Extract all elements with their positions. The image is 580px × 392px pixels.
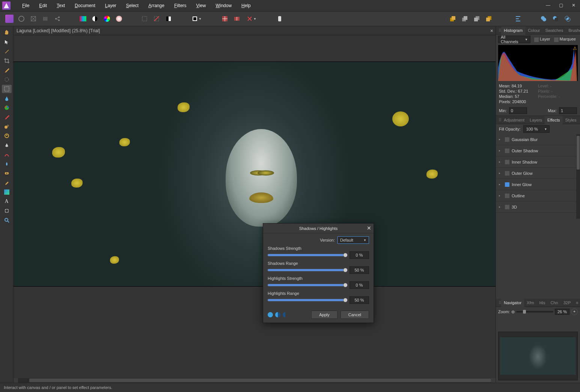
snapping-dropdown[interactable]: ▼	[244, 14, 259, 24]
grid-split-icon[interactable]	[232, 14, 242, 24]
panel-menu-icon[interactable]: ≡	[573, 299, 580, 307]
cancel-button[interactable]: Cancel	[340, 311, 369, 319]
persona-liquify-icon[interactable]	[17, 14, 26, 24]
tab-swatches[interactable]: Swatches	[543, 26, 566, 35]
menu-view[interactable]: View	[191, 0, 211, 11]
effect-checkbox[interactable]	[505, 194, 509, 198]
selection-brush-tool-icon[interactable]	[2, 75, 12, 84]
histogram-channel-dropdown[interactable]: All Channels▼	[498, 36, 530, 43]
effect-item[interactable]: ▸Inner Glow	[496, 179, 580, 190]
effect-checkbox[interactable]	[505, 137, 509, 142]
fill-opacity-dropdown[interactable]: 100 %▼	[523, 125, 550, 133]
menu-edit[interactable]: Edit	[34, 0, 52, 11]
persona-export-icon[interactable]	[53, 14, 62, 24]
histogram-min-input[interactable]	[509, 107, 527, 114]
window-minimize-button[interactable]: ―	[542, 0, 554, 11]
canvas-viewport[interactable]	[14, 35, 496, 378]
navigator-preview[interactable]	[498, 332, 578, 380]
flood-select-tool-icon[interactable]	[2, 94, 12, 102]
crop-tool-icon[interactable]	[2, 57, 12, 65]
effect-checkbox[interactable]	[505, 205, 509, 209]
tab-xfm[interactable]: Xfm	[524, 299, 537, 307]
slider-value[interactable]: 50 %	[350, 296, 369, 304]
panel-grip-icon[interactable]: ⠿	[496, 116, 501, 124]
align-icon[interactable]	[513, 14, 523, 24]
paint-mixer-tool-icon[interactable]	[2, 104, 12, 112]
clone-tool-icon[interactable]	[2, 122, 12, 131]
slider-value[interactable]: 50 %	[350, 266, 369, 274]
effect-checkbox[interactable]	[505, 171, 509, 176]
dodge-tool-icon[interactable]	[2, 132, 12, 140]
geometry-intersect-icon[interactable]	[563, 14, 572, 24]
tab-navigator[interactable]: Navigator	[501, 299, 524, 307]
slider-knob[interactable]	[343, 283, 348, 287]
mesh-tool-icon[interactable]	[2, 207, 12, 215]
assistant-icon[interactable]	[275, 14, 285, 24]
persona-develop-icon[interactable]	[29, 14, 38, 24]
effect-checkbox[interactable]	[505, 182, 509, 187]
menu-file[interactable]: File	[17, 0, 34, 11]
zoom-slider[interactable]	[516, 311, 553, 312]
effect-item[interactable]: ▸Outer Glow	[496, 168, 580, 179]
zoom-out-button[interactable]: ⊖	[511, 309, 515, 314]
horizontal-scrollbar[interactable]	[14, 378, 496, 383]
hand-tool-icon[interactable]	[2, 29, 12, 37]
slider-track[interactable]	[268, 284, 346, 286]
arrange-forward-icon[interactable]	[448, 14, 458, 24]
menu-arrange[interactable]: Arrange	[143, 0, 169, 11]
version-dropdown[interactable]: Default▼	[337, 236, 369, 244]
tab-histogram[interactable]: Histogram	[501, 26, 525, 35]
menu-document[interactable]: Document	[70, 0, 100, 11]
effect-item[interactable]: ▸Outline	[496, 190, 580, 201]
paint-brush-tool-icon[interactable]	[2, 66, 12, 74]
effect-item[interactable]: ▸Gaussian Blur	[496, 134, 580, 145]
blur-tool-icon[interactable]	[2, 160, 12, 168]
adjustment-gradient-icon[interactable]	[78, 14, 88, 24]
zoom-value[interactable]: 26 %	[555, 309, 569, 315]
slider-value[interactable]: 0 %	[350, 251, 369, 259]
effects-scrollbar[interactable]	[576, 134, 580, 219]
panel-grip-icon[interactable]: ⠿	[496, 26, 501, 35]
slider-track[interactable]	[268, 299, 346, 301]
adjustment-hsl-icon[interactable]	[102, 14, 112, 24]
persona-photo-icon[interactable]	[5, 14, 14, 24]
adjustment-soft-icon[interactable]	[114, 14, 124, 24]
slider-value[interactable]: 0 %	[350, 281, 369, 289]
tab-layers[interactable]: Layers	[527, 116, 545, 124]
tab-styles[interactable]: Styles	[563, 116, 579, 124]
tab-his[interactable]: His	[537, 299, 548, 307]
slider-knob[interactable]	[343, 298, 348, 302]
document-close-icon[interactable]: ×	[490, 28, 493, 34]
persona-tone-icon[interactable]	[41, 14, 50, 24]
tab-32p[interactable]: 32P	[561, 299, 574, 307]
geometry-add-icon[interactable]	[539, 14, 548, 24]
slider-knob[interactable]	[343, 268, 348, 272]
move-tool-icon[interactable]	[2, 38, 12, 46]
window-maximize-button[interactable]: ▢	[554, 0, 567, 11]
document-tab[interactable]: Laguna [Locked] [Modified] (25.8%) [Tria…	[14, 26, 496, 35]
histogram-max-input[interactable]	[559, 107, 577, 114]
selection-deselect-icon[interactable]	[152, 14, 161, 24]
apply-button[interactable]: Apply	[311, 311, 337, 319]
effect-checkbox[interactable]	[505, 160, 509, 164]
arrange-back-icon[interactable]	[484, 14, 494, 24]
marquee-tool-icon[interactable]	[2, 85, 12, 93]
histogram-marquee-checkbox[interactable]: Marquee	[554, 37, 576, 42]
menu-select[interactable]: Select	[121, 0, 143, 11]
tab-colour[interactable]: Colour	[525, 26, 542, 35]
quick-mask-dropdown[interactable]: ▼	[189, 14, 204, 24]
menu-window[interactable]: Window	[211, 0, 237, 11]
preview-mode-toggle[interactable]	[268, 312, 288, 317]
text-tool-icon[interactable]: A	[2, 197, 12, 206]
effect-item[interactable]: ▸Inner Shadow	[496, 156, 580, 168]
panel-grip-icon[interactable]: ⠿	[496, 299, 501, 307]
colour-picker-tool-icon[interactable]	[2, 47, 12, 56]
zoom-tool-icon[interactable]	[2, 216, 12, 224]
eyedropper-tool-icon[interactable]	[2, 179, 12, 187]
adjustment-bw-icon[interactable]	[90, 14, 100, 24]
gradient-tool-icon[interactable]	[2, 188, 12, 196]
slider-track[interactable]	[268, 269, 346, 271]
tab-chn[interactable]: Chn	[548, 299, 561, 307]
menu-help[interactable]: Help	[237, 0, 256, 11]
slider-track[interactable]	[268, 254, 346, 256]
